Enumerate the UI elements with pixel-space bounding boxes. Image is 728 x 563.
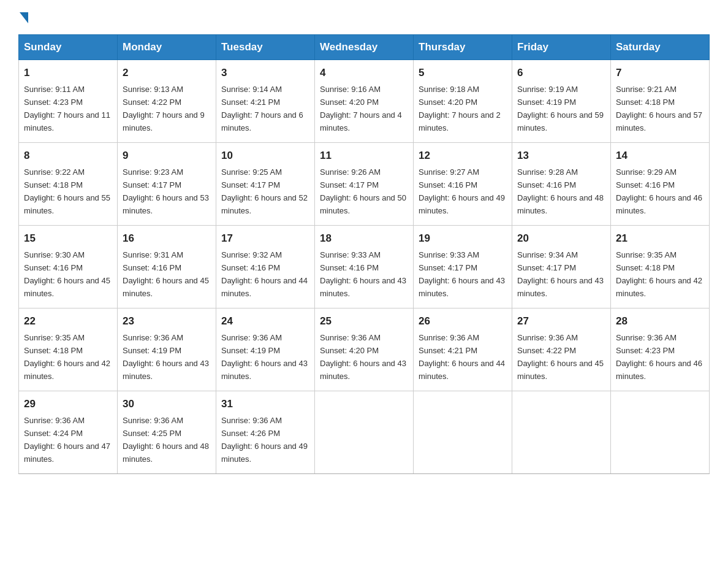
calendar-header-friday: Friday [512, 35, 611, 60]
day-number: 29 [24, 396, 112, 412]
day-info: Sunrise: 9:36 AMSunset: 4:26 PMDaylight:… [221, 416, 308, 464]
calendar-cell [414, 391, 512, 474]
day-number: 28 [616, 313, 704, 329]
calendar-cell: 10Sunrise: 9:25 AMSunset: 4:17 PMDayligh… [216, 143, 315, 226]
calendar-cell: 2Sunrise: 9:13 AMSunset: 4:22 PMDaylight… [118, 60, 216, 143]
day-number: 14 [616, 148, 704, 164]
calendar-header-sunday: Sunday [19, 35, 118, 60]
calendar-cell: 31Sunrise: 9:36 AMSunset: 4:26 PMDayligh… [216, 391, 315, 474]
day-number: 7 [616, 65, 704, 81]
calendar-cell: 26Sunrise: 9:36 AMSunset: 4:21 PMDayligh… [414, 308, 512, 391]
calendar-cell: 6Sunrise: 9:19 AMSunset: 4:19 PMDaylight… [512, 60, 611, 143]
calendar-cell: 29Sunrise: 9:36 AMSunset: 4:24 PMDayligh… [19, 391, 118, 474]
calendar-cell: 5Sunrise: 9:18 AMSunset: 4:20 PMDaylight… [414, 60, 512, 143]
day-number: 20 [517, 231, 605, 247]
day-number: 10 [221, 148, 309, 164]
day-info: Sunrise: 9:18 AMSunset: 4:20 PMDaylight:… [419, 85, 501, 132]
calendar-cell [611, 391, 710, 474]
calendar-cell: 13Sunrise: 9:28 AMSunset: 4:16 PMDayligh… [512, 143, 611, 226]
calendar-table: SundayMondayTuesdayWednesdayThursdayFrid… [18, 34, 710, 474]
day-number: 17 [221, 231, 309, 247]
day-info: Sunrise: 9:21 AMSunset: 4:18 PMDaylight:… [616, 85, 702, 132]
day-number: 16 [123, 231, 211, 247]
calendar-cell: 27Sunrise: 9:36 AMSunset: 4:22 PMDayligh… [512, 308, 611, 391]
calendar-cell: 24Sunrise: 9:36 AMSunset: 4:19 PMDayligh… [216, 308, 315, 391]
day-info: Sunrise: 9:28 AMSunset: 4:16 PMDaylight:… [517, 167, 604, 215]
day-info: Sunrise: 9:30 AMSunset: 4:16 PMDaylight:… [24, 250, 110, 298]
calendar-cell: 23Sunrise: 9:36 AMSunset: 4:19 PMDayligh… [118, 308, 216, 391]
day-info: Sunrise: 9:36 AMSunset: 4:23 PMDaylight:… [616, 333, 702, 381]
day-info: Sunrise: 9:33 AMSunset: 4:16 PMDaylight:… [320, 250, 406, 298]
calendar-cell: 16Sunrise: 9:31 AMSunset: 4:16 PMDayligh… [118, 226, 216, 308]
day-info: Sunrise: 9:33 AMSunset: 4:17 PMDaylight:… [419, 250, 505, 298]
calendar-week-row: 15Sunrise: 9:30 AMSunset: 4:16 PMDayligh… [19, 226, 710, 308]
day-info: Sunrise: 9:25 AMSunset: 4:17 PMDaylight:… [221, 167, 308, 215]
day-number: 11 [320, 148, 408, 164]
calendar-cell: 11Sunrise: 9:26 AMSunset: 4:17 PMDayligh… [315, 143, 414, 226]
day-info: Sunrise: 9:14 AMSunset: 4:21 PMDaylight:… [221, 85, 303, 132]
day-number: 1 [24, 65, 112, 81]
day-info: Sunrise: 9:36 AMSunset: 4:22 PMDaylight:… [517, 333, 604, 381]
day-info: Sunrise: 9:11 AMSunset: 4:23 PMDaylight:… [24, 85, 110, 132]
calendar-header-row: SundayMondayTuesdayWednesdayThursdayFrid… [19, 35, 710, 60]
calendar-cell: 9Sunrise: 9:23 AMSunset: 4:17 PMDaylight… [118, 143, 216, 226]
calendar-cell: 7Sunrise: 9:21 AMSunset: 4:18 PMDaylight… [611, 60, 710, 143]
calendar-cell: 21Sunrise: 9:35 AMSunset: 4:18 PMDayligh… [611, 226, 710, 308]
day-number: 23 [123, 313, 211, 329]
calendar-header-tuesday: Tuesday [216, 35, 315, 60]
day-info: Sunrise: 9:22 AMSunset: 4:18 PMDaylight:… [24, 167, 110, 215]
logo-text [18, 12, 28, 25]
calendar-header-monday: Monday [118, 35, 216, 60]
day-info: Sunrise: 9:35 AMSunset: 4:18 PMDaylight:… [24, 333, 110, 381]
calendar-cell [512, 391, 611, 474]
page-header [18, 12, 710, 22]
day-number: 8 [24, 148, 112, 164]
calendar-cell: 19Sunrise: 9:33 AMSunset: 4:17 PMDayligh… [414, 226, 512, 308]
day-number: 18 [320, 231, 408, 247]
calendar-cell: 22Sunrise: 9:35 AMSunset: 4:18 PMDayligh… [19, 308, 118, 391]
day-number: 31 [221, 396, 309, 412]
logo [18, 12, 28, 22]
day-info: Sunrise: 9:29 AMSunset: 4:16 PMDaylight:… [616, 167, 702, 215]
day-number: 27 [517, 313, 605, 329]
calendar-cell: 4Sunrise: 9:16 AMSunset: 4:20 PMDaylight… [315, 60, 414, 143]
day-number: 2 [123, 65, 211, 81]
day-number: 5 [419, 65, 507, 81]
day-info: Sunrise: 9:19 AMSunset: 4:19 PMDaylight:… [517, 85, 604, 132]
calendar-header-thursday: Thursday [414, 35, 512, 60]
day-number: 19 [419, 231, 507, 247]
day-info: Sunrise: 9:36 AMSunset: 4:19 PMDaylight:… [123, 333, 209, 381]
calendar-week-row: 8Sunrise: 9:22 AMSunset: 4:18 PMDaylight… [19, 143, 710, 226]
day-number: 9 [123, 148, 211, 164]
day-info: Sunrise: 9:36 AMSunset: 4:20 PMDaylight:… [320, 333, 406, 381]
day-info: Sunrise: 9:36 AMSunset: 4:24 PMDaylight:… [24, 416, 110, 464]
calendar-cell: 28Sunrise: 9:36 AMSunset: 4:23 PMDayligh… [611, 308, 710, 391]
calendar-week-row: 1Sunrise: 9:11 AMSunset: 4:23 PMDaylight… [19, 60, 710, 143]
day-number: 15 [24, 231, 112, 247]
day-info: Sunrise: 9:26 AMSunset: 4:17 PMDaylight:… [320, 167, 406, 215]
calendar-cell: 18Sunrise: 9:33 AMSunset: 4:16 PMDayligh… [315, 226, 414, 308]
calendar-cell: 30Sunrise: 9:36 AMSunset: 4:25 PMDayligh… [118, 391, 216, 474]
day-info: Sunrise: 9:23 AMSunset: 4:17 PMDaylight:… [123, 167, 209, 215]
day-number: 22 [24, 313, 112, 329]
day-info: Sunrise: 9:34 AMSunset: 4:17 PMDaylight:… [517, 250, 604, 298]
day-info: Sunrise: 9:35 AMSunset: 4:18 PMDaylight:… [616, 250, 702, 298]
calendar-header-wednesday: Wednesday [315, 35, 414, 60]
calendar-cell: 1Sunrise: 9:11 AMSunset: 4:23 PMDaylight… [19, 60, 118, 143]
day-info: Sunrise: 9:31 AMSunset: 4:16 PMDaylight:… [123, 250, 209, 298]
day-info: Sunrise: 9:27 AMSunset: 4:16 PMDaylight:… [419, 167, 505, 215]
day-info: Sunrise: 9:16 AMSunset: 4:20 PMDaylight:… [320, 85, 402, 132]
day-info: Sunrise: 9:36 AMSunset: 4:21 PMDaylight:… [419, 333, 505, 381]
calendar-cell: 3Sunrise: 9:14 AMSunset: 4:21 PMDaylight… [216, 60, 315, 143]
calendar-header-saturday: Saturday [611, 35, 710, 60]
calendar-week-row: 29Sunrise: 9:36 AMSunset: 4:24 PMDayligh… [19, 391, 710, 474]
day-number: 21 [616, 231, 704, 247]
day-number: 13 [517, 148, 605, 164]
day-info: Sunrise: 9:13 AMSunset: 4:22 PMDaylight:… [123, 85, 205, 132]
calendar-week-row: 22Sunrise: 9:35 AMSunset: 4:18 PMDayligh… [19, 308, 710, 391]
calendar-cell: 12Sunrise: 9:27 AMSunset: 4:16 PMDayligh… [414, 143, 512, 226]
day-number: 4 [320, 65, 408, 81]
day-number: 3 [221, 65, 309, 81]
calendar-cell: 14Sunrise: 9:29 AMSunset: 4:16 PMDayligh… [611, 143, 710, 226]
day-number: 24 [221, 313, 309, 329]
